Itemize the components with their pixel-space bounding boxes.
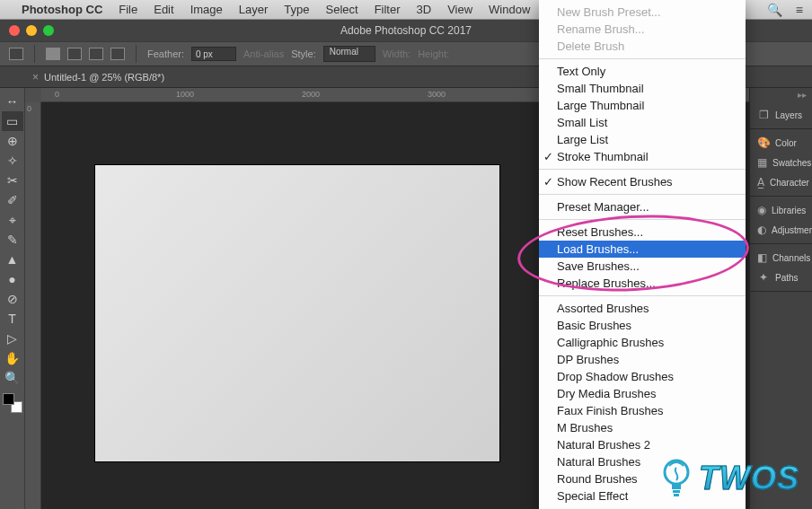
panel-label: Swatches [772,158,811,168]
panel-label: Adjustment… [772,225,812,235]
menubar-3d[interactable]: 3D [417,3,432,16]
tools-panel: ↔ ▭ ⊕ ✧ ✂ ✐ ⌖ ✎ ▲ ● ⊘ T ▷ ✋ 🔍 [0,88,25,509]
document-tab[interactable]: × Untitled-1 @ 25% (RGB/8*) [25,71,172,83]
layers-icon: ❐ [757,109,770,121]
panel-layers[interactable]: ❐Layers [750,105,812,125]
tab-close-icon[interactable]: × [32,71,39,83]
menu-item[interactable]: Replace Brushes... [539,275,746,292]
menu-item[interactable]: Large List [539,131,746,148]
panel-color[interactable]: 🎨Color [750,133,812,153]
style-select[interactable]: Normal [323,46,375,62]
antialias-checkbox: Anti-alias [243,48,284,59]
panel-paths[interactable]: ✦Paths [750,268,812,287]
menu-item[interactable]: Load Brushes... [539,241,746,258]
lightbulb-icon [658,457,695,500]
menu-item[interactable]: Faux Finish Brushes [539,402,746,419]
feather-input[interactable]: 0 px [191,47,236,61]
menubar-window[interactable]: Window [489,3,530,16]
panel-label: Layers [775,110,802,120]
ruler-mark: 0 [55,90,59,99]
menu-item[interactable]: Reset Brushes... [539,224,746,241]
ruler-mark: 3000 [428,90,446,99]
brush-tool[interactable]: ✎ [2,230,23,250]
menubar-filter[interactable]: Filter [375,3,401,16]
stamp-tool[interactable]: ▲ [2,250,23,269]
subtract-selection-icon[interactable] [89,48,103,60]
menu-separator [539,219,746,220]
menu-separator [539,169,746,170]
collapse-panels-icon[interactable]: ▸▸ [750,88,812,101]
marquee-tool-icon[interactable] [9,48,23,60]
panel-character[interactable]: A̲Character [750,172,812,192]
menubar-edit[interactable]: Edit [154,3,173,16]
menu-item: Rename Brush... [539,21,746,38]
svg-rect-3 [674,494,679,496]
menu-item[interactable]: Small Thumbnail [539,80,746,97]
menu-item[interactable]: Small List [539,114,746,131]
color-icon: 🎨 [757,136,770,149]
window-minimize-button[interactable] [26,25,37,36]
hand-tool[interactable]: ✋ [2,348,23,368]
foreground-color-swatch[interactable] [3,393,14,405]
marquee-tool[interactable]: ▭ [2,111,23,131]
blur-tool[interactable]: ⊘ [2,289,23,309]
add-selection-icon[interactable] [67,48,82,60]
window-zoom-button[interactable] [43,25,54,36]
zoom-tool[interactable]: 🔍 [2,368,23,388]
menu-item[interactable]: Dry Media Brushes [539,385,746,402]
swatches-icon: ▦ [757,156,767,169]
menubar-file[interactable]: File [119,3,137,16]
document-canvas[interactable] [95,165,499,461]
menu-item[interactable]: Show Recent Brushes [539,173,746,190]
ruler-mark: 2000 [302,90,320,99]
menubar-select[interactable]: Select [325,3,357,16]
menu-item[interactable]: Square Brushes [539,505,746,509]
menu-item[interactable]: Calligraphic Brushes [539,334,746,351]
menu-item[interactable]: Large Thumbnail [539,97,746,114]
menubar-app[interactable]: Photoshop CC [22,3,102,16]
wand-tool[interactable]: ✧ [2,151,23,171]
color-swatches[interactable] [3,393,22,413]
menubar-type[interactable]: Type [284,3,309,16]
panel-label: Color [775,138,797,148]
menu-item[interactable]: Drop Shadow Brushes [539,368,746,385]
menu-item[interactable]: Save Brushes... [539,258,746,275]
menu-item: Delete Brush [539,38,746,55]
intersect-selection-icon[interactable] [110,48,125,60]
svg-rect-1 [672,484,681,489]
path-tool[interactable]: ▷ [2,329,23,348]
menu-separator [539,295,746,296]
menubar-view[interactable]: View [447,3,472,16]
heal-tool[interactable]: ⌖ [2,210,23,230]
panels-dock: ▸▸ ❐Layers 🎨Color ▦Swatches A̲Character … [749,88,812,509]
panel-channels[interactable]: ◧Channels [750,248,812,268]
panel-swatches[interactable]: ▦Swatches [750,153,812,172]
new-selection-icon[interactable] [46,48,60,60]
menu-item[interactable]: DP Brushes [539,351,746,368]
menu-item[interactable]: Preset Manager... [539,198,746,215]
eyedropper-tool[interactable]: ✐ [2,190,23,210]
ruler-mark: 1000 [176,90,194,99]
gradient-tool[interactable]: ● [2,269,23,289]
menu-item[interactable]: Text Only [539,63,746,80]
width-label: Width: [383,48,410,59]
search-icon[interactable]: 🔍 [767,3,782,17]
ruler-vertical[interactable]: 0 [25,102,41,509]
move-tool[interactable]: ↔ [2,92,23,111]
crop-tool[interactable]: ✂ [2,171,23,190]
menubar-image[interactable]: Image [190,3,223,16]
menu-item[interactable]: Basic Brushes [539,317,746,334]
menubar-layer[interactable]: Layer [239,3,269,16]
panel-label: Character [770,178,809,188]
type-tool[interactable]: T [2,309,23,329]
window-close-button[interactable] [9,25,20,36]
menu-item[interactable]: M Brushes [539,419,746,436]
lasso-tool[interactable]: ⊕ [2,131,23,151]
menu-item[interactable]: Stroke Thumbnail [539,148,746,165]
panel-libraries[interactable]: ◉Libraries [750,200,812,220]
menu-item[interactable]: Natural Brushes 2 [539,436,746,453]
menu-extras-icon[interactable]: ≡ [796,3,803,17]
menu-item[interactable]: Assorted Brushes [539,300,746,317]
style-label: Style: [291,48,316,59]
panel-adjustments[interactable]: ◐Adjustment… [750,220,812,240]
